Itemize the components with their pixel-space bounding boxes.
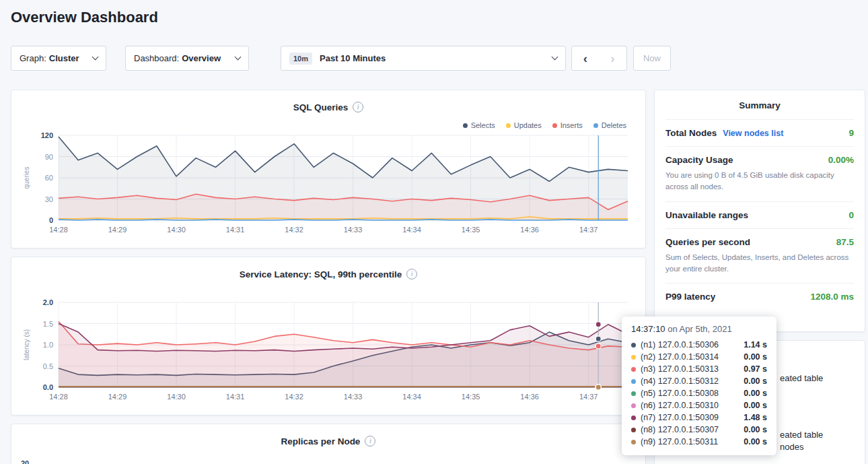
series-dot-icon bbox=[631, 367, 636, 372]
info-icon[interactable]: i bbox=[353, 102, 363, 112]
summary-row-queries-per-second: Queries per second 87.5 Sum of Selects, … bbox=[665, 228, 854, 284]
svg-text:queries: queries bbox=[23, 167, 30, 189]
series-dot-icon bbox=[631, 403, 636, 408]
legend-item[interactable]: Deletes bbox=[593, 121, 626, 129]
svg-text:14:33: 14:33 bbox=[344, 393, 363, 401]
tooltip-row: (n5) 127.0.0.1:503080.00 s bbox=[631, 387, 767, 399]
service-latency-chart-plot[interactable]: 14:2814:2914:3014:3114:3214:3314:3414:35… bbox=[21, 297, 635, 410]
svg-text:14:31: 14:31 bbox=[226, 393, 245, 401]
tooltip-row: (n2) 127.0.0.1:503140.00 s bbox=[631, 351, 767, 363]
svg-text:14:30: 14:30 bbox=[167, 393, 186, 401]
summary-title: Summary bbox=[665, 90, 854, 119]
summary-row-capacity-usage: Capacity Usage 0.00% You are using 0 B o… bbox=[665, 146, 854, 201]
legend-item[interactable]: Selects bbox=[463, 121, 495, 129]
svg-text:14:33: 14:33 bbox=[344, 226, 363, 234]
svg-text:14:37: 14:37 bbox=[579, 393, 598, 401]
summary-value: 0.00% bbox=[828, 155, 854, 165]
dashboard-dropdown[interactable]: Dashboard:Overview bbox=[125, 46, 249, 71]
time-range-selector[interactable]: 10m Past 10 Minutes bbox=[281, 46, 566, 71]
svg-text:120: 120 bbox=[41, 131, 53, 139]
chart-title: SQL Queries bbox=[293, 102, 349, 112]
svg-text:90: 90 bbox=[45, 153, 53, 161]
info-icon[interactable]: i bbox=[406, 269, 417, 279]
svg-text:14:31: 14:31 bbox=[226, 226, 245, 234]
svg-text:14:30: 14:30 bbox=[167, 226, 186, 234]
svg-text:1.0: 1.0 bbox=[43, 341, 53, 349]
series-dot-icon bbox=[631, 416, 636, 420]
sql-legend: SelectsUpdatesInsertsDeletes bbox=[463, 121, 626, 129]
tooltip-rows: (n1) 127.0.0.1:503061.14 s(n2) 127.0.0.1… bbox=[631, 339, 767, 448]
chevron-down-icon bbox=[552, 54, 558, 61]
svg-text:0: 0 bbox=[49, 216, 53, 224]
tooltip-row: (n6) 127.0.0.1:503100.00 s bbox=[631, 399, 767, 411]
summary-label: Capacity Usage bbox=[665, 155, 733, 165]
graph-dropdown-text: Graph:Cluster bbox=[20, 53, 79, 63]
svg-text:14:34: 14:34 bbox=[402, 393, 421, 401]
view-nodes-list-link[interactable]: View nodes list bbox=[723, 129, 783, 138]
graph-dropdown[interactable]: Graph:Cluster bbox=[11, 46, 106, 71]
tooltip-row: (n4) 127.0.0.1:503120.00 s bbox=[631, 375, 767, 387]
tooltip-row: (n7) 127.0.0.1:503091.48 s bbox=[631, 411, 767, 424]
summary-description: You are using 0 B of 4.5 GiB usable disk… bbox=[665, 170, 854, 193]
chart-title-row: Replicas per Node i bbox=[11, 424, 645, 446]
legend-dot-icon bbox=[593, 123, 598, 128]
event-item-text[interactable]: eated table bbox=[780, 430, 823, 440]
chevron-down-icon bbox=[92, 54, 99, 61]
legend-item[interactable]: Updates bbox=[506, 121, 542, 129]
sql-queries-chart-plot[interactable]: 14:2814:2914:3014:3114:3214:3314:3414:35… bbox=[21, 130, 635, 243]
svg-text:14:34: 14:34 bbox=[402, 226, 421, 234]
now-button[interactable]: Now bbox=[633, 46, 671, 71]
sql-queries-card: SQL Queries i SelectsUpdatesInsertsDelet… bbox=[11, 90, 646, 248]
dashboard-dropdown-text: Dashboard:Overview bbox=[134, 53, 221, 63]
svg-text:14:29: 14:29 bbox=[108, 393, 127, 401]
svg-text:14:28: 14:28 bbox=[49, 226, 68, 234]
summary-panel: Summary Total Nodes View nodes list 9 Ca… bbox=[654, 90, 865, 332]
page-title: Overview Dashboard bbox=[11, 9, 158, 26]
chart-title: Service Latency: SQL, 99th percentile bbox=[240, 269, 402, 279]
svg-text:30: 30 bbox=[45, 195, 53, 203]
replicas-per-node-card: Replicas per Node i 20 bbox=[11, 424, 646, 464]
summary-value: 87.5 bbox=[836, 237, 854, 247]
series-dot-icon bbox=[631, 428, 636, 432]
summary-label: Queries per second bbox=[665, 237, 750, 247]
svg-text:14:29: 14:29 bbox=[108, 226, 127, 234]
info-icon[interactable]: i bbox=[365, 436, 375, 446]
svg-text:0.5: 0.5 bbox=[43, 362, 53, 370]
tooltip-row: (n3) 127.0.0.1:503130.97 s bbox=[631, 363, 767, 375]
legend-item[interactable]: Inserts bbox=[552, 121, 583, 129]
event-item-text[interactable]: eated table bbox=[780, 373, 823, 383]
svg-text:14:32: 14:32 bbox=[285, 393, 303, 401]
time-prev-button[interactable]: ‹ bbox=[571, 46, 600, 71]
chevron-down-icon bbox=[235, 54, 242, 61]
service-latency-card: Service Latency: SQL, 99th percentile i … bbox=[11, 257, 646, 416]
event-item-text[interactable]: nodes bbox=[780, 442, 803, 452]
summary-value: 1208.0 ms bbox=[810, 292, 854, 302]
time-range-label: Past 10 Minutes bbox=[320, 53, 386, 63]
tooltip-row: (n8) 127.0.0.1:503070.00 s bbox=[631, 424, 767, 436]
svg-text:14:37: 14:37 bbox=[579, 226, 598, 234]
svg-text:2.0: 2.0 bbox=[43, 298, 53, 306]
summary-row-unavailable-ranges: Unavailable ranges 0 bbox=[665, 201, 854, 228]
chart-title: Replicas per Node bbox=[281, 436, 361, 446]
svg-text:14:28: 14:28 bbox=[49, 393, 68, 401]
tooltip-row: (n9) 127.0.0.1:503110.00 s bbox=[631, 436, 767, 448]
summary-label: Total Nodes bbox=[665, 128, 717, 138]
replicas-y-tick: 20 bbox=[21, 459, 29, 464]
summary-value: 9 bbox=[848, 128, 854, 138]
series-dot-icon bbox=[631, 379, 636, 384]
chart-title-row: SQL Queries i bbox=[11, 90, 645, 112]
summary-value: 0 bbox=[848, 210, 854, 220]
time-next-button[interactable]: › bbox=[599, 46, 627, 71]
svg-text:14:36: 14:36 bbox=[520, 393, 539, 401]
summary-row-total-nodes: Total Nodes View nodes list 9 bbox=[665, 119, 854, 146]
series-dot-icon bbox=[631, 391, 636, 396]
summary-description: Sum of Selects, Updates, Inserts, and De… bbox=[665, 252, 854, 275]
chart-title-row: Service Latency: SQL, 99th percentile i bbox=[11, 257, 645, 279]
series-dot-icon bbox=[631, 355, 636, 360]
time-range-badge: 10m bbox=[289, 53, 312, 65]
legend-dot-icon bbox=[506, 123, 511, 128]
svg-text:latency (s): latency (s) bbox=[23, 329, 30, 360]
svg-text:14:35: 14:35 bbox=[462, 393, 480, 401]
svg-text:14:32: 14:32 bbox=[285, 226, 303, 234]
legend-dot-icon bbox=[552, 123, 557, 128]
